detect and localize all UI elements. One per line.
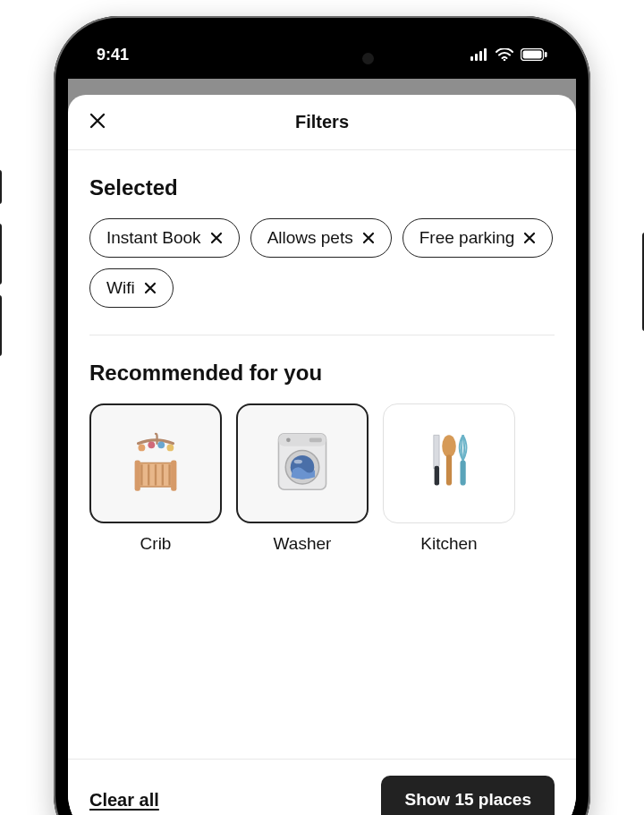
svg-point-22 [286, 437, 291, 442]
svg-rect-27 [435, 466, 439, 486]
selected-section: Selected Instant Book Allows pets [89, 150, 555, 335]
svg-rect-2 [479, 51, 482, 61]
svg-rect-23 [309, 437, 322, 442]
svg-point-28 [442, 435, 456, 457]
section-title-recommended: Recommended for you [89, 361, 555, 386]
phone-side-button [0, 224, 2, 284]
close-button[interactable] [84, 109, 111, 136]
svg-rect-19 [171, 460, 176, 490]
show-results-button[interactable]: Show 15 places [381, 776, 555, 815]
recommended-item-washer[interactable]: Washer [236, 403, 369, 554]
recommended-list: Crib [89, 403, 555, 554]
recommended-label: Washer [274, 534, 332, 554]
svg-point-26 [294, 460, 302, 464]
remove-chip-icon[interactable] [144, 282, 157, 294]
svg-point-10 [157, 441, 165, 448]
kitchen-icon [414, 427, 484, 500]
sheet-header: Filters [68, 95, 576, 150]
status-bar: 9:41 [68, 30, 576, 79]
svg-rect-30 [460, 460, 465, 485]
svg-point-11 [166, 445, 174, 452]
close-icon [89, 113, 106, 132]
chip-label: Allows pets [267, 228, 353, 248]
clear-all-button[interactable]: Clear all [89, 790, 159, 811]
section-title-selected: Selected [89, 175, 555, 200]
chip-label: Wifi [106, 278, 135, 298]
remove-chip-icon[interactable] [210, 232, 223, 244]
svg-rect-18 [135, 460, 140, 490]
washer-icon [267, 427, 337, 500]
sheet-title: Filters [295, 112, 349, 132]
svg-point-8 [139, 445, 146, 452]
modal-backdrop [68, 79, 576, 95]
remove-chip-icon[interactable] [362, 232, 375, 244]
recommended-section: Recommended for you [89, 335, 555, 581]
svg-point-4 [504, 59, 506, 61]
wifi-icon [496, 48, 513, 61]
phone-frame: 9:41 [54, 16, 590, 815]
recommended-label: Kitchen [420, 534, 477, 554]
chip-wifi[interactable]: Wifi [89, 268, 174, 308]
battery-icon [521, 48, 547, 61]
svg-rect-6 [523, 51, 542, 59]
sheet-footer: Clear all Show 15 places [68, 759, 576, 815]
phone-side-button [0, 170, 2, 204]
cellular-signal-icon [470, 48, 488, 61]
svg-rect-1 [475, 54, 478, 61]
chip-allows-pets[interactable]: Allows pets [250, 218, 392, 258]
chip-free-parking[interactable]: Free parking [402, 218, 554, 258]
svg-rect-29 [446, 454, 452, 485]
chip-instant-book[interactable]: Instant Book [89, 218, 240, 258]
status-time: 9:41 [97, 46, 129, 64]
svg-rect-0 [470, 56, 473, 61]
phone-side-button [0, 295, 2, 356]
remove-chip-icon[interactable] [523, 232, 536, 244]
crib-icon [121, 427, 191, 500]
dynamic-island [259, 43, 385, 73]
svg-point-9 [148, 441, 155, 448]
recommended-item-crib[interactable]: Crib [89, 403, 222, 554]
recommended-item-kitchen[interactable]: Kitchen [383, 403, 515, 554]
svg-rect-7 [545, 52, 547, 57]
chip-label: Instant Book [106, 228, 201, 248]
selected-chips: Instant Book Allows pets [89, 218, 555, 308]
chip-label: Free parking [419, 228, 515, 248]
filters-sheet: Filters Selected Instant Book [68, 95, 576, 815]
device-mock: 9:41 [0, 0, 644, 815]
svg-rect-3 [484, 48, 487, 61]
recommended-label: Crib [140, 534, 172, 554]
